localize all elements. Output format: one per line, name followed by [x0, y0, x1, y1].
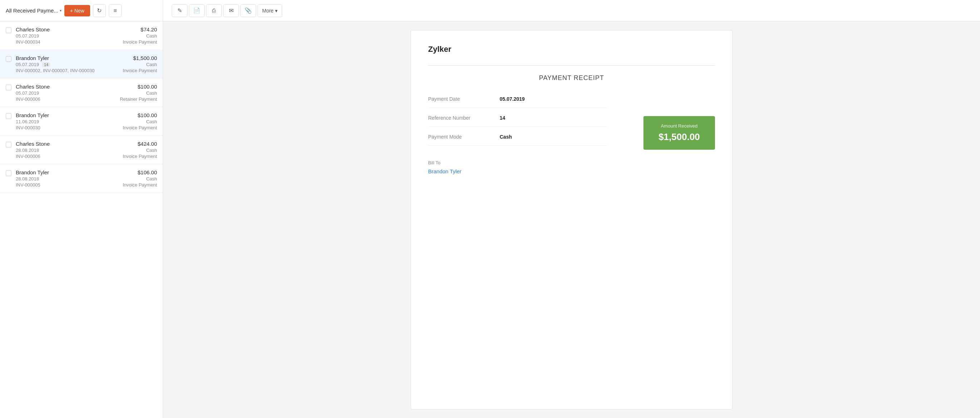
item-mode: Cash — [146, 147, 157, 153]
list-item[interactable]: Charles Stone $424.00 28.08.2018 Cash IN… — [0, 136, 163, 164]
list-item-checkbox[interactable] — [6, 56, 11, 62]
item-name: Charles Stone — [16, 84, 50, 90]
print-icon: ⎙ — [212, 8, 216, 14]
item-mode: Cash — [146, 33, 157, 39]
list-item[interactable]: Brandon Tyler $1,500.00 05.07.2019 14 Ca… — [0, 50, 163, 79]
item-body: Brandon Tyler $100.00 11.06.2019 Cash IN… — [16, 112, 157, 130]
amount-received-label: Amount Received — [655, 123, 703, 128]
item-mode: Cash — [146, 119, 157, 124]
item-row3: INV-000002, INV-000007, INV-000030 Invoi… — [16, 68, 157, 73]
list-header: All Received Payme... ▾ + New ↻ ≡ — [6, 0, 163, 21]
item-row2: 05.07.2019 14 Cash — [16, 62, 157, 67]
list-dropdown[interactable]: All Received Payme... ▾ — [6, 8, 62, 14]
more-button[interactable]: More ▾ — [258, 4, 282, 17]
item-row3: INV-000006 Retainer Payment — [16, 97, 157, 102]
payment-date-value: 05.07.2019 — [500, 96, 525, 102]
list-item[interactable]: Brandon Tyler $100.00 11.06.2019 Cash IN… — [0, 107, 163, 136]
list-item-checkbox[interactable] — [6, 113, 11, 119]
item-amount: $100.00 — [138, 84, 157, 90]
attach-button[interactable]: 📎 — [240, 4, 256, 17]
item-row2: 05.07.2019 Cash — [16, 90, 157, 96]
amount-badge: Amount Received $1,500.00 — [643, 116, 715, 150]
menu-icon: ≡ — [113, 8, 116, 14]
item-invoice: INV-000006 — [16, 97, 40, 102]
list-panel: Charles Stone $74.20 05.07.2019 Cash INV… — [0, 21, 163, 418]
pdf-button[interactable]: 📄 — [189, 4, 205, 17]
item-body: Charles Stone $100.00 05.07.2019 Cash IN… — [16, 84, 157, 102]
list-item[interactable]: Charles Stone $74.20 05.07.2019 Cash INV… — [0, 21, 163, 50]
item-invoice: INV-000002, INV-000007, INV-000030 — [16, 68, 94, 73]
list-item-checkbox[interactable] — [6, 27, 11, 33]
email-icon: ✉ — [229, 7, 234, 14]
item-type: Invoice Payment — [123, 125, 157, 130]
item-invoice: INV-000006 — [16, 154, 40, 159]
item-date: 28.08.2018 — [16, 176, 39, 182]
list-item[interactable]: Brandon Tyler $106.00 28.08.2018 Cash IN… — [0, 164, 163, 193]
item-row1: Brandon Tyler $106.00 — [16, 169, 157, 176]
item-body: Brandon Tyler $106.00 28.08.2018 Cash IN… — [16, 169, 157, 188]
item-date: 11.06.2019 — [16, 119, 39, 124]
item-date: 05.07.2019 14 — [16, 62, 51, 67]
new-button[interactable]: + New — [64, 5, 90, 16]
menu-button[interactable]: ≡ — [109, 4, 122, 17]
payment-mode-field: Payment Mode Cash — [428, 134, 607, 146]
item-amount: $424.00 — [138, 141, 157, 147]
item-date: 28.08.2018 — [16, 147, 39, 153]
item-row2: 28.08.2018 Cash — [16, 176, 157, 182]
company-name: Zylker — [428, 45, 715, 54]
payment-date-label: Payment Date — [428, 96, 500, 102]
payment-mode-label: Payment Mode — [428, 134, 500, 140]
item-row3: INV-000006 Invoice Payment — [16, 154, 157, 159]
item-date: 05.07.2019 — [16, 90, 39, 96]
receipt-card: Zylker PAYMENT RECEIPT Payment Date 05.0… — [410, 30, 732, 409]
item-type: Invoice Payment — [123, 154, 157, 159]
item-body: Brandon Tyler $1,500.00 05.07.2019 14 Ca… — [16, 55, 157, 73]
item-invoice: INV-000030 — [16, 125, 40, 130]
amount-received-value: $1,500.00 — [655, 131, 703, 142]
item-row3: INV-000005 Invoice Payment — [16, 182, 157, 188]
new-button-label: + New — [70, 8, 84, 14]
bill-to-name[interactable]: Brandon Tyler — [428, 168, 715, 174]
item-amount: $106.00 — [138, 169, 157, 176]
refresh-button[interactable]: ↻ — [93, 4, 106, 17]
item-row1: Charles Stone $74.20 — [16, 27, 157, 33]
list-item[interactable]: Charles Stone $100.00 05.07.2019 Cash IN… — [0, 79, 163, 107]
item-name: Brandon Tyler — [16, 169, 49, 176]
item-amount: $1,500.00 — [133, 55, 157, 61]
list-item-checkbox[interactable] — [6, 142, 11, 147]
item-row2: 28.08.2018 Cash — [16, 147, 157, 153]
item-type: Retainer Payment — [120, 97, 157, 102]
chevron-down-icon: ▾ — [60, 9, 62, 13]
more-label: More — [262, 8, 274, 14]
email-button[interactable]: ✉ — [223, 4, 239, 17]
item-body: Charles Stone $424.00 28.08.2018 Cash IN… — [16, 141, 157, 159]
item-row1: Charles Stone $424.00 — [16, 141, 157, 147]
ref-number-label: Reference Number — [428, 115, 500, 121]
receipt-title: PAYMENT RECEIPT — [428, 74, 715, 82]
ref-number-value: 14 — [500, 115, 505, 121]
edit-button[interactable]: ✎ — [172, 4, 188, 17]
item-badge: 14 — [42, 62, 51, 67]
item-type: Invoice Payment — [123, 182, 157, 188]
item-amount: $74.20 — [140, 27, 157, 33]
print-button[interactable]: ⎙ — [206, 4, 222, 17]
list-item-checkbox[interactable] — [6, 85, 11, 90]
item-name: Charles Stone — [16, 141, 50, 147]
item-name: Brandon Tyler — [16, 55, 49, 61]
item-amount: $100.00 — [138, 112, 157, 118]
main-content: Charles Stone $74.20 05.07.2019 Cash INV… — [0, 21, 980, 418]
item-invoice: INV-000034 — [16, 39, 40, 45]
bill-to-label: Bill To — [428, 160, 715, 165]
attach-icon: 📎 — [245, 7, 252, 14]
item-mode: Cash — [146, 62, 157, 67]
detail-toolbar: ✎ 📄 ⎙ ✉ 📎 More ▾ — [166, 4, 282, 17]
item-date: 05.07.2019 — [16, 33, 39, 39]
ref-number-field: Reference Number 14 — [428, 115, 607, 127]
item-row2: 05.07.2019 Cash — [16, 33, 157, 39]
item-type: Invoice Payment — [123, 68, 157, 73]
item-mode: Cash — [146, 176, 157, 182]
item-row1: Charles Stone $100.00 — [16, 84, 157, 90]
item-mode: Cash — [146, 90, 157, 96]
item-row1: Brandon Tyler $1,500.00 — [16, 55, 157, 61]
list-item-checkbox[interactable] — [6, 170, 11, 176]
